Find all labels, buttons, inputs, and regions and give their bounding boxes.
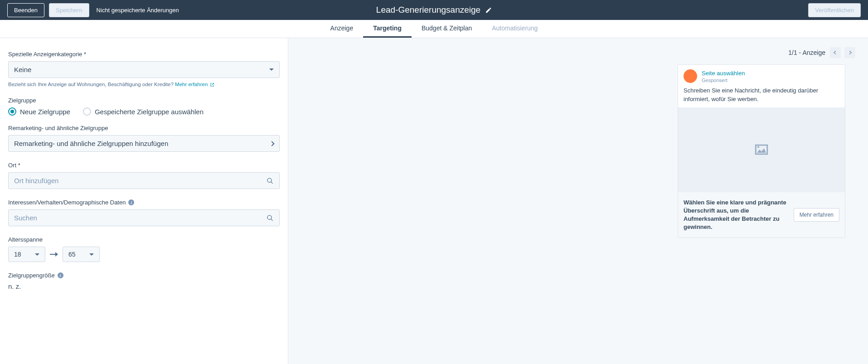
- preview-next-button: [844, 47, 855, 58]
- age-max-select[interactable]: 65: [63, 247, 100, 262]
- tab-budget[interactable]: Budget & Zeitplan: [412, 20, 482, 38]
- audience-label: Zielgruppe: [8, 97, 280, 104]
- age-min-select[interactable]: 18: [8, 247, 45, 262]
- age-min-value: 18: [14, 251, 21, 258]
- edit-title-icon[interactable]: [485, 7, 492, 14]
- radio-new-label: Neue Zielgruppe: [20, 108, 70, 116]
- info-icon[interactable]: i: [58, 272, 63, 278]
- age-max-value: 65: [68, 251, 76, 258]
- search-icon: [267, 214, 274, 222]
- radio-icon: [83, 107, 91, 116]
- save-button: Speichern: [49, 3, 89, 17]
- tab-anzeige[interactable]: Anzeige: [320, 20, 364, 38]
- remarketing-select[interactable]: Remarketing- und ähnliche Zielgruppen hi…: [8, 135, 280, 152]
- ad-cta-button[interactable]: Mehr erfahren: [794, 208, 839, 222]
- preview-counter: 1/1 - Anzeige: [788, 49, 825, 56]
- external-link-icon: [210, 83, 214, 87]
- publish-button: Veröffentlichen: [808, 3, 861, 17]
- age-label: Altersspanne: [8, 236, 280, 243]
- svg-line-3: [271, 218, 273, 220]
- radio-icon: [8, 107, 16, 116]
- remarketing-value: Remarketing- und ähnliche Zielgruppen hi…: [14, 140, 168, 147]
- interests-input[interactable]: [14, 214, 267, 222]
- info-icon[interactable]: i: [128, 199, 134, 205]
- category-help: Bezieht sich Ihre Anzeige auf Wohnungen,…: [8, 82, 280, 87]
- chevron-down-icon: [35, 253, 39, 256]
- avatar: [684, 69, 697, 83]
- ad-image-placeholder: [678, 107, 845, 192]
- size-value: n. z.: [8, 282, 280, 290]
- image-placeholder-icon: [754, 143, 769, 156]
- unsaved-changes-text: Nicht gespeicherte Änderungen: [97, 7, 179, 14]
- chevron-down-icon: [89, 253, 94, 256]
- chevron-down-icon: [269, 68, 274, 71]
- ad-sponsored-label: Gesponsert: [702, 78, 745, 83]
- radio-new-audience[interactable]: Neue Zielgruppe: [8, 107, 70, 116]
- top-header: Beenden Speichern Nicht gespeicherte Änd…: [0, 0, 868, 20]
- chevron-right-icon: [848, 51, 852, 54]
- location-input-wrapper[interactable]: [8, 172, 280, 189]
- form-panel: Spezielle Anzeigenkategorie * Keine Bezi…: [0, 38, 288, 364]
- interests-label: Interessen/Verhalten/Demographische Date…: [8, 199, 280, 206]
- page-title-container: Lead-Generierungsanzeige: [376, 5, 492, 15]
- svg-point-0: [267, 178, 272, 182]
- page-title: Lead-Generierungsanzeige: [376, 5, 480, 15]
- remarketing-label: Remarketing- und ähnliche Zielgruppe: [8, 125, 280, 131]
- tab-automatisierung: Automatisierung: [482, 20, 548, 38]
- category-value: Keine: [14, 66, 31, 73]
- arrow-right-icon: [50, 252, 58, 257]
- exit-button[interactable]: Beenden: [7, 3, 44, 17]
- chevron-left-icon: [834, 51, 837, 54]
- size-label: Zielgruppengröße i: [8, 272, 280, 279]
- preview-panel: 1/1 - Anzeige Seite auswählen Gesponsert…: [288, 38, 868, 364]
- interests-input-wrapper[interactable]: [8, 209, 280, 226]
- svg-point-2: [267, 215, 272, 219]
- tab-bar: Anzeige Targeting Budget & Zeitplan Auto…: [0, 20, 868, 38]
- preview-prev-button: [830, 47, 841, 58]
- ad-headline: Wählen Sie eine klare und prägnante Über…: [684, 199, 788, 232]
- svg-line-1: [271, 181, 273, 183]
- tab-targeting[interactable]: Targeting: [363, 20, 412, 38]
- chevron-right-icon: [269, 141, 274, 146]
- ad-body-text: Schreiben Sie eine Nachricht, die eindeu…: [684, 87, 839, 104]
- location-label: Ort *: [8, 162, 280, 169]
- category-select[interactable]: Keine: [8, 61, 280, 78]
- ad-preview-card: Seite auswählen Gesponsert Schreiben Sie…: [678, 64, 845, 238]
- category-learn-more-link[interactable]: Mehr erfahren: [175, 82, 214, 87]
- ad-page-link[interactable]: Seite auswählen: [702, 70, 745, 77]
- search-icon: [267, 177, 274, 184]
- radio-saved-audience[interactable]: Gespeicherte Zielgruppe auswählen: [83, 107, 204, 116]
- main-content: Spezielle Anzeigenkategorie * Keine Bezi…: [0, 38, 868, 364]
- category-label: Spezielle Anzeigenkategorie *: [8, 51, 280, 58]
- radio-saved-label: Gespeicherte Zielgruppe auswählen: [95, 108, 204, 116]
- location-input[interactable]: [14, 177, 267, 184]
